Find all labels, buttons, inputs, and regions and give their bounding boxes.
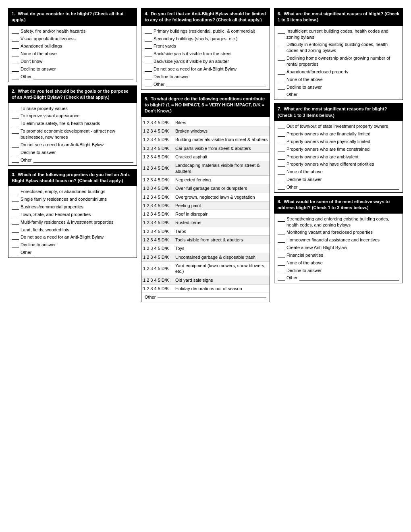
q7-number: 7. xyxy=(278,106,281,111)
checkbox-line xyxy=(145,58,152,64)
scale-values: 1 2 3 4 5 D/K xyxy=(141,118,174,127)
q6-title: What are the most significant causes of … xyxy=(278,11,399,22)
list-item: Front yards xyxy=(145,43,266,49)
q2-body: To raise property values To improve visu… xyxy=(8,103,137,165)
other-field: Other xyxy=(12,74,133,79)
list-item: To improve visual appearance xyxy=(12,113,133,119)
checkbox-line xyxy=(145,43,152,49)
list-item: Homeowner financial assistance and incen… xyxy=(278,237,399,243)
checkbox-line xyxy=(12,43,19,49)
list-item: Financial penalties xyxy=(278,252,399,258)
checkbox-line xyxy=(12,51,19,56)
checkbox-line xyxy=(12,74,19,79)
checkbox-line xyxy=(12,150,19,155)
other-underline xyxy=(299,275,399,281)
question-8: 8. What would be some of the most effect… xyxy=(274,196,403,284)
checkbox-line xyxy=(12,212,19,217)
list-item: Property owners who are time constrained xyxy=(278,146,399,152)
list-item: To eliminate safety, fire & health hazar… xyxy=(12,121,133,127)
q3-number: 3. xyxy=(12,172,15,177)
checkbox-line xyxy=(145,36,152,42)
checkbox-line xyxy=(12,121,19,126)
table-row: 1 2 3 4 5 D/K Uncontained garbage & disp… xyxy=(141,253,270,261)
checkbox-line xyxy=(278,268,285,273)
list-item: Property owners who are financially limi… xyxy=(278,131,399,137)
row-label: Neglected fencing xyxy=(174,175,270,184)
checkbox-line xyxy=(278,139,285,144)
checkbox-line xyxy=(278,245,285,250)
list-item: Abandoned/foreclosed property xyxy=(278,69,399,75)
list-item: Out of town/out of state investment prop… xyxy=(278,123,399,129)
checkbox-line xyxy=(278,42,285,47)
table-row: 1 2 3 4 5 D/K Bikes xyxy=(141,118,270,127)
scale-values: 1 2 3 4 5 D/K xyxy=(141,210,174,218)
row-label: Broken windows xyxy=(174,127,270,135)
list-item: Secondary buildings (sheds, garages, etc… xyxy=(145,36,266,42)
q3-title: Which of the following properties do you… xyxy=(12,172,130,183)
q5-other-underline xyxy=(158,297,266,297)
table-row: 1 2 3 4 5 D/K Yard equipment (lawn mower… xyxy=(141,261,270,276)
table-row: 1 2 3 4 5 D/K Tools visible from street … xyxy=(141,236,270,244)
checkbox-line xyxy=(278,169,285,175)
checkbox-line xyxy=(278,84,285,90)
checkbox-line xyxy=(145,51,152,56)
list-item: Create a new Anti-Blight Bylaw xyxy=(278,245,399,251)
list-item: To raise property values xyxy=(12,106,133,112)
q5-other-field: Other xyxy=(141,293,270,302)
table-row: 1 2 3 4 5 D/K Old yard sale signs xyxy=(141,276,270,284)
row-label: Old yard sale signs xyxy=(174,276,270,284)
scale-values: 1 2 3 4 5 D/K xyxy=(141,184,174,193)
list-item: Safety, fire and/or health hazards xyxy=(12,28,133,34)
checkbox-line xyxy=(278,252,285,258)
row-label: Toys xyxy=(174,244,270,253)
checkbox-line xyxy=(12,113,19,118)
checkbox-line xyxy=(145,66,152,72)
scale-values: 1 2 3 4 5 D/K xyxy=(141,135,174,144)
question-6: 6. What are the most significant causes … xyxy=(274,8,403,100)
q2-header: 2. What do you feel should be the goals … xyxy=(8,86,137,103)
list-item: Decline to answer xyxy=(145,74,266,80)
checkbox-line xyxy=(12,204,19,210)
checkbox-line xyxy=(12,189,19,194)
scale-values: 1 2 3 4 5 D/K xyxy=(141,201,174,210)
q7-header: 7. What are the most significant reasons… xyxy=(274,104,403,121)
other-field: Other xyxy=(278,275,399,281)
list-item: Back/side yards if visible by an abutter xyxy=(145,58,266,64)
row-label: Uncontained garbage & disposable trash xyxy=(174,253,270,261)
list-item: Do not see a need for an Anti-Blight Byl… xyxy=(12,142,133,148)
checkbox-line xyxy=(278,28,285,34)
question-4: 4. Do you feel that an Anti-Blight Bylaw… xyxy=(141,8,270,90)
checkbox-line xyxy=(12,142,19,148)
checkbox-line xyxy=(145,28,152,34)
other-field: Other xyxy=(12,157,133,163)
q7-body: Out of town/out of state investment prop… xyxy=(274,121,403,192)
other-underline xyxy=(33,157,133,163)
question-1: 1. What do you consider to be blight? (C… xyxy=(8,8,137,82)
row-label: Over-full garbage cans or dumpsters xyxy=(174,184,270,193)
other-field: Other xyxy=(12,249,133,255)
table-row: 1 2 3 4 5 D/K Tarps xyxy=(141,227,270,235)
other-field: Other xyxy=(278,184,399,190)
table-row: 1 2 3 4 5 D/K Landscaping materials visi… xyxy=(141,161,270,176)
column-3: 6. What are the most significant causes … xyxy=(274,8,403,302)
q1-header: 1. What do you consider to be blight? (C… xyxy=(8,8,137,26)
scale-table: 1 2 3 4 5 D/K Bikes 1 2 3 4 5 D/K Broken… xyxy=(141,118,270,293)
list-item: Decline to answer xyxy=(12,242,133,248)
list-item: Decline to answer xyxy=(278,84,399,90)
scale-values: 1 2 3 4 5 D/K xyxy=(141,153,174,161)
checkbox-line xyxy=(12,249,19,255)
q7-title: What are the most significant reasons fo… xyxy=(278,106,387,117)
checkbox-line xyxy=(278,275,285,281)
list-item: Back/side yards if visible from the stre… xyxy=(145,51,266,57)
checkbox-line xyxy=(278,161,285,167)
list-item: Do not see a need for an Anti-Blight Byl… xyxy=(12,234,133,240)
list-item: Visual appeal/attractiveness xyxy=(12,36,133,42)
question-3: 3. Which of the following properties do … xyxy=(8,169,137,258)
scale-values: 1 2 3 4 5 D/K xyxy=(141,144,174,152)
list-item: Strengthening and enforcing existing bui… xyxy=(278,216,399,228)
checkbox-line xyxy=(12,196,19,202)
list-item: Business/commercial properties xyxy=(12,204,133,210)
checkbox-line xyxy=(278,91,285,97)
row-label: Holiday decorations out of season xyxy=(174,284,270,293)
q8-body: Strengthening and enforcing existing bui… xyxy=(274,214,403,283)
